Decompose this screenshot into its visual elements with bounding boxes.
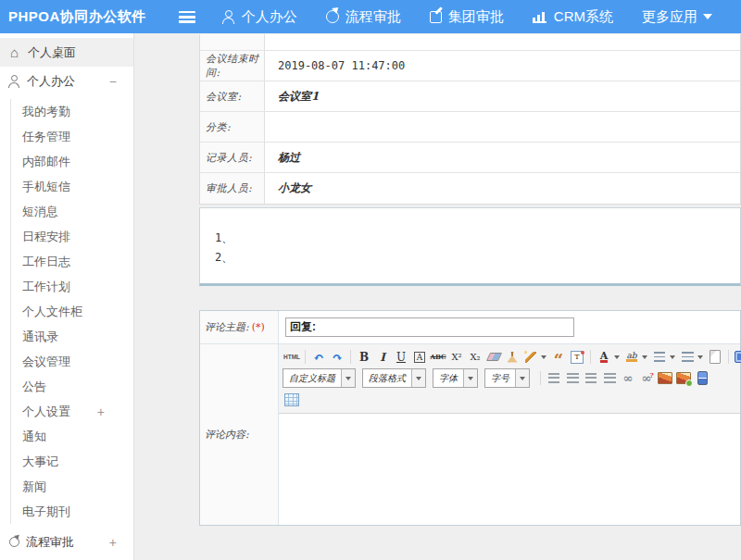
hilite-icon[interactable]: [622, 349, 641, 366]
caret-down-icon[interactable]: [614, 355, 620, 359]
sidebar-subitem-3[interactable]: 内部邮件: [11, 149, 133, 174]
sidebar-subitem-14[interactable]: 通知: [11, 424, 133, 449]
strike-icon[interactable]: [429, 349, 447, 366]
sidebar-subitem-label: 新闻: [22, 479, 46, 495]
sidebar-subitem-label: 个人文件柜: [22, 304, 82, 320]
sidebar-subitem-4[interactable]: 手机短信: [11, 174, 133, 199]
comment-subject-row: 评论主题: (*): [200, 311, 740, 344]
caret-down-icon[interactable]: [670, 355, 675, 359]
sidebar-subitem-1[interactable]: 我的考勤: [11, 99, 133, 124]
caret-down-icon[interactable]: [642, 355, 647, 359]
comment-content-row: 评论内容: 自定义标题段落格式字体字号: [200, 344, 740, 525]
newdoc-icon[interactable]: [706, 349, 724, 366]
sidebar-subitem-16[interactable]: 新闻: [11, 474, 133, 499]
unlink-icon[interactable]: [637, 370, 656, 387]
required-mark: (*): [252, 321, 265, 333]
toolbar-row: 自定义标题段落格式字体字号: [283, 367, 736, 389]
toolbar-separator: [350, 350, 351, 364]
rich-text-editor: 自定义标题段落格式字体字号: [279, 344, 740, 525]
caret-down-icon[interactable]: [697, 355, 703, 359]
sidebar-subitem-7[interactable]: 工作日志: [11, 249, 133, 274]
table-row: 会议结束时间:2019-08-07 11:47:00: [200, 51, 740, 81]
alignleft-icon[interactable]: [545, 370, 563, 387]
caret-down-icon: [703, 14, 712, 19]
justify-icon[interactable]: [600, 370, 619, 387]
field-value: 杨过: [265, 143, 740, 172]
eraser-icon[interactable]: [484, 349, 503, 366]
wand-icon[interactable]: [521, 349, 540, 366]
select-dropdown-button[interactable]: [515, 369, 529, 387]
ol-icon[interactable]: [650, 349, 669, 366]
aligncenter-icon[interactable]: [563, 370, 582, 387]
image2-icon[interactable]: [674, 370, 693, 387]
sidebar-item-process-approval[interactable]: 流程审批 +: [0, 528, 133, 556]
nav-item-5[interactable]: 更多应用: [642, 8, 712, 26]
sidebar-submenu: 我的考勤任务管理内部邮件手机短信短消息日程安排工作日志工作计划个人文件柜通讯录会…: [10, 99, 133, 524]
select-dropdown-button[interactable]: [411, 369, 425, 387]
undo-icon[interactable]: [309, 349, 328, 366]
editor-content-area[interactable]: [279, 414, 740, 525]
alignright-icon[interactable]: [582, 370, 600, 387]
comment-subject-input[interactable]: [285, 317, 574, 337]
preview-icon[interactable]: [733, 349, 741, 366]
content-line: 2、: [215, 248, 740, 268]
table-row: 分类:: [200, 112, 740, 143]
italic-icon[interactable]: [373, 349, 392, 366]
select-dropdown-button[interactable]: [341, 369, 355, 387]
quote-icon[interactable]: [549, 349, 568, 366]
sup-icon[interactable]: [447, 349, 466, 366]
collapse-toggle[interactable]: −: [109, 74, 117, 89]
expand-toggle[interactable]: +: [109, 535, 117, 550]
html-icon[interactable]: [283, 349, 301, 366]
image-icon[interactable]: [656, 370, 674, 387]
sub-icon[interactable]: [466, 349, 484, 366]
fontcolor-icon[interactable]: [595, 349, 613, 366]
comment-form: 评论主题: (*) 评论内容: 自定义标题段落格式字体字号: [199, 310, 741, 526]
sidebar-item-desktop[interactable]: ⌂ 个人桌面: [0, 38, 133, 67]
media-icon[interactable]: [693, 370, 711, 387]
table-row: 记录人员:杨过: [200, 143, 740, 173]
sidebar-subitem-9[interactable]: 个人文件柜: [11, 299, 133, 324]
nav-item-1[interactable]: 个人办公: [221, 8, 297, 26]
bold-icon[interactable]: [355, 349, 373, 366]
menu-icon[interactable]: [179, 11, 195, 23]
editor-select[interactable]: 字号: [484, 368, 530, 388]
boxa-icon[interactable]: [410, 349, 429, 366]
sidebar-subitem-10[interactable]: 通讯录: [11, 324, 133, 349]
expand-toggle[interactable]: +: [97, 404, 105, 419]
sidebar-item-personal-office[interactable]: 个人办公 −: [0, 67, 133, 95]
select-dropdown-button[interactable]: [463, 369, 477, 387]
ttime-icon[interactable]: [568, 349, 586, 366]
editor-select[interactable]: 字体: [433, 368, 478, 388]
meeting-info-table: 会议结束时间:2019-08-07 11:47:00会议室:会议室1分类:记录人…: [199, 34, 741, 205]
broom-icon[interactable]: [503, 349, 521, 366]
sidebar-subitem-5[interactable]: 短消息: [11, 199, 133, 224]
caret-down-icon: [345, 377, 351, 380]
sidebar-subitem-8[interactable]: 工作计划: [11, 274, 133, 299]
sidebar-subitem-11[interactable]: 会议管理: [11, 349, 133, 374]
nav-item-2[interactable]: 流程审批: [326, 8, 401, 26]
toolbar-separator: [590, 350, 591, 364]
editor-select[interactable]: 段落格式: [362, 368, 426, 388]
sidebar-subitem-2[interactable]: 任务管理: [11, 124, 133, 149]
redo-icon[interactable]: [328, 349, 346, 366]
caret-down-icon[interactable]: [541, 355, 546, 359]
sidebar-subitem-12[interactable]: 公告: [11, 374, 133, 399]
ul-icon[interactable]: [678, 349, 697, 366]
caret-down-icon: [520, 377, 525, 380]
sidebar-subitem-15[interactable]: 大事记: [11, 449, 133, 474]
nav-item-label: 个人办公: [242, 8, 297, 26]
editor-select[interactable]: 自定义标题: [283, 368, 356, 388]
sidebar-subitem-6[interactable]: 日程安排: [11, 224, 133, 249]
underline-icon[interactable]: [392, 349, 410, 366]
sidebar-subitem-label: 内部邮件: [22, 154, 70, 170]
link-icon[interactable]: [619, 370, 637, 387]
sidebar-subitem-17[interactable]: 电子期刊: [11, 499, 133, 524]
sidebar-subitem-label: 工作计划: [22, 279, 70, 295]
field-value: 2019-08-07 11:47:00: [265, 51, 740, 81]
nav-item-3[interactable]: 集团审批: [430, 8, 504, 26]
toolbar-separator: [728, 350, 729, 364]
sidebar-subitem-13[interactable]: 个人设置+: [11, 399, 133, 424]
nav-item-4[interactable]: CRM系统: [533, 8, 613, 26]
table-icon[interactable]: [283, 392, 301, 408]
